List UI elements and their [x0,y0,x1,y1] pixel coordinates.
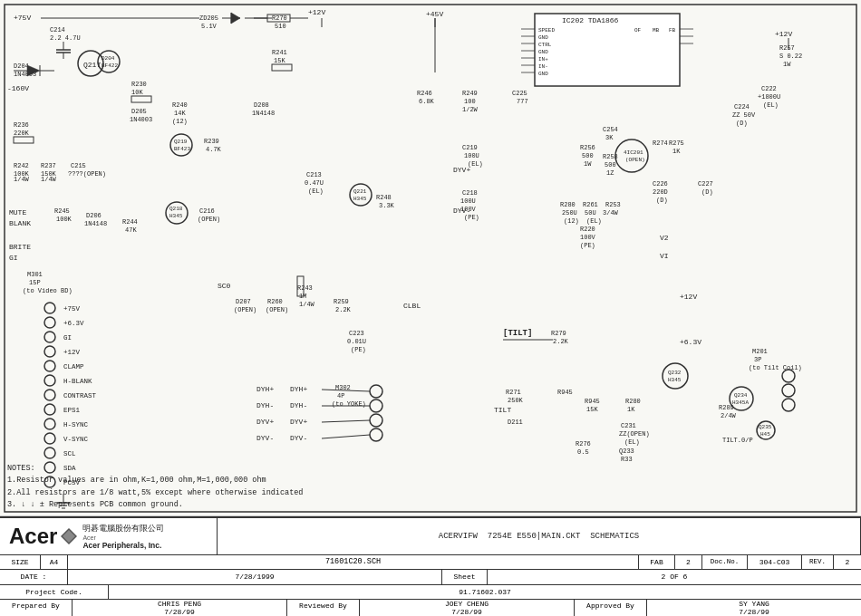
svg-text:R242: R242 [14,162,29,169]
svg-text:D211: D211 [508,419,523,426]
svg-text:R270: R270 [272,14,287,22]
type-label: SCHEMATICS [590,532,639,541]
reviewed-by-name: JOEY CHENG [445,600,489,608]
svg-text:C222: C222 [761,85,777,92]
svg-text:C227: C227 [698,180,713,188]
svg-text:S 0.22: S 0.22 [779,53,802,60]
svg-text:500: 500 [605,161,616,168]
svg-text:R248: R248 [376,194,392,201]
fab-label-cell: FAB [639,555,675,569]
svg-text:D207: D207 [236,298,251,305]
note-3: 3. ↓ ↓ ± Represents PCB common ground. [7,499,303,512]
doc-number-value-cell: 304-C03 [748,555,802,569]
svg-text:250K: 250K [508,397,524,404]
project-label-cell: Project Code. [0,585,109,599]
svg-text:1W: 1W [584,160,592,168]
svg-text:R249: R249 [462,90,478,97]
tilt-op-label: TILT.0/P [722,437,753,444]
svg-text:R244: R244 [122,218,138,226]
svg-text:+12V: +12V [63,349,81,356]
svg-text:15K: 15K [274,57,285,64]
svg-text:220D: 220D [653,188,668,196]
svg-text:Q233: Q233 [619,448,634,455]
approved-by-name: SY YANG [739,600,769,608]
svg-text:DYV-: DYV- [256,434,274,442]
svg-text:CONTRAST: CONTRAST [63,392,97,399]
svg-text:R33: R33 [621,456,633,463]
svg-text:H-SYNC: H-SYNC [63,421,89,428]
svg-text:(to Tilt Coil): (to Tilt Coil) [749,364,802,371]
svg-text:100U: 100U [460,197,476,205]
svg-text:R259: R259 [334,298,349,305]
svg-text:R275: R275 [669,140,684,147]
svg-text:777: 777 [517,98,528,105]
svg-text:(EL): (EL) [763,101,779,109]
svg-text:1K: 1K [627,406,635,413]
svg-text:SPEED: SPEED [538,27,555,34]
svg-text:+6.3V: +6.3V [63,320,84,327]
svg-text:C224: C224 [734,103,750,111]
svg-text:C223: C223 [349,330,364,337]
svg-text:(OPEN): (OPEN) [198,216,220,223]
svg-text:D205: D205 [131,108,147,115]
rev-label-cell: REV. [802,555,834,569]
svg-text:2.2 4.7U: 2.2 4.7U [50,34,81,42]
notes-title: NOTES: [7,464,35,473]
svg-text:R274: R274 [653,140,668,147]
svg-text:D204: D204 [14,63,29,70]
svg-text:D204: D204 [102,55,115,62]
company-chinese: 明碁電腦股份有限公司 [82,523,164,534]
svg-text:0.01U: 0.01U [347,338,366,345]
notes-section: NOTES: 1.Resistor values are in ohm,K=1,… [7,463,303,512]
svg-text:R260: R260 [267,298,283,305]
svg-text:M201: M201 [752,348,768,355]
ic202-label: IC202 TDA1866 [562,16,619,24]
svg-text:3.3K: 3.3K [379,202,395,209]
svg-text:ZZ(OPEN): ZZ(OPEN) [619,430,650,438]
svg-text:FB: FB [669,27,676,34]
approved-by-label: Approved By [575,600,647,616]
prepared-by-label: Prepared By [0,600,73,616]
svg-text:+6.3V: +6.3V [680,338,701,346]
svg-text:R236: R236 [14,121,29,129]
svg-text:1/4W: 1/4W [14,176,30,183]
rev-value-cell: 2 [834,555,861,569]
svg-text:50U: 50U [585,209,596,217]
svg-text:R945: R945 [557,389,573,396]
dyv-plus1-label: DYV+ [453,166,470,174]
svg-text:220K: 220K [14,130,30,137]
svg-text:2.2K: 2.2K [553,338,569,345]
svg-text:R945: R945 [585,398,600,405]
svg-text:BF422: BF422 [102,63,118,69]
svg-text:R257: R257 [779,44,795,52]
svg-text:H-BLANK: H-BLANK [63,378,92,385]
svg-text:DYH+: DYH+ [256,385,274,393]
svg-text:Q218: Q218 [169,206,183,212]
svg-text:100K: 100K [56,216,73,223]
svg-text:R237: R237 [41,162,56,169]
svg-text:CTRL: CTRL [538,42,552,48]
svg-text:6.8K: 6.8K [419,98,435,105]
svg-text:C231: C231 [621,422,636,429]
svg-text:15K: 15K [586,406,598,413]
svg-text:14K: 14K [174,110,186,117]
svg-text:3/4W: 3/4W [603,209,619,217]
svg-text:D208: D208 [254,101,269,109]
svg-text:1Z: 1Z [606,169,614,177]
prepared-by-date: 7/28/99 [164,608,195,616]
svg-text:(PE): (PE) [351,346,366,353]
svg-text:Q235: Q235 [759,424,772,430]
svg-text:R271: R271 [506,389,521,396]
svg-text:C214: C214 [50,26,65,34]
tilt-bracket-label: [TILT] [503,329,532,338]
svg-text:0.47U: 0.47U [305,179,324,187]
svg-text:BF423: BF423 [174,146,190,152]
svg-text:510: 510 [275,23,286,30]
model-label: ACERVIFW [439,532,478,541]
svg-text:Q221: Q221 [353,188,367,195]
svg-text:1N4148: 1N4148 [84,220,107,227]
svg-text:(to Video BD): (to Video BD) [23,287,73,294]
sheet-value-cell: 2 OF 6 [488,570,861,583]
svg-text:+12V: +12V [680,293,697,301]
svg-text:TILT: TILT [494,406,511,414]
